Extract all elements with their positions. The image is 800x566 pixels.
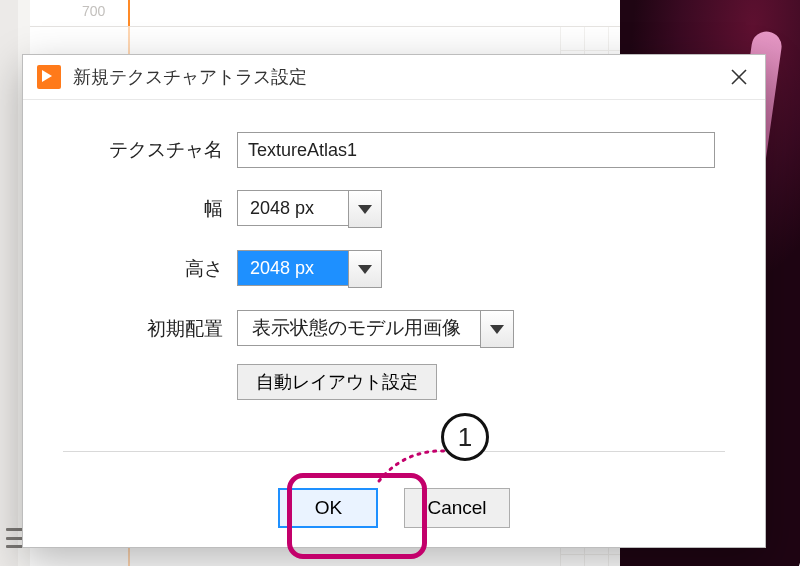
initial-layout-select[interactable]: 表示状態のモデル用画像 <box>237 310 514 348</box>
dialog-footer: OK Cancel <box>23 469 765 547</box>
label-width: 幅 <box>73 196 237 222</box>
height-combobox[interactable]: 2048 px <box>237 250 382 288</box>
close-icon <box>730 68 748 86</box>
ruler-tick-700: 700 <box>82 3 105 19</box>
height-value: 2048 px <box>237 250 348 286</box>
width-dropdown-button[interactable] <box>348 190 382 228</box>
chevron-down-icon <box>358 205 372 214</box>
cancel-button[interactable]: Cancel <box>404 488 509 528</box>
width-value: 2048 px <box>237 190 348 226</box>
label-initial-layout: 初期配置 <box>73 316 237 342</box>
annotation-number: 1 <box>441 413 489 461</box>
initial-layout-value: 表示状態のモデル用画像 <box>237 310 480 346</box>
chevron-down-icon <box>490 325 504 334</box>
chevron-down-icon <box>358 265 372 274</box>
initial-layout-dropdown-button[interactable] <box>480 310 514 348</box>
width-combobox[interactable]: 2048 px <box>237 190 382 228</box>
row-width: 幅 2048 px <box>73 190 715 228</box>
app-icon <box>37 65 61 89</box>
row-texture-name: テクスチャ名 <box>73 132 715 168</box>
label-height: 高さ <box>73 256 237 282</box>
dialog-separator <box>63 451 725 452</box>
dialog-title: 新規テクスチャアトラス設定 <box>73 65 713 89</box>
texture-name-input[interactable] <box>237 132 715 168</box>
height-dropdown-button[interactable] <box>348 250 382 288</box>
ok-button[interactable]: OK <box>278 488 378 528</box>
editor-gutter <box>0 0 19 566</box>
dialog-body: テクスチャ名 幅 2048 px 高さ 2048 px 初期配置 表示状態のモデ… <box>23 100 765 410</box>
dialog-titlebar: 新規テクスチャアトラス設定 <box>23 55 765 100</box>
row-initial-layout: 初期配置 表示状態のモデル用画像 <box>73 310 715 348</box>
row-height: 高さ 2048 px <box>73 250 715 288</box>
close-button[interactable] <box>713 55 765 99</box>
label-texture-name: テクスチャ名 <box>73 137 237 163</box>
playhead-marker[interactable] <box>128 0 130 26</box>
new-texture-atlas-dialog: 新規テクスチャアトラス設定 テクスチャ名 幅 2048 px 高さ 2048 p… <box>22 54 766 548</box>
auto-layout-settings-button[interactable]: 自動レイアウト設定 <box>237 364 437 400</box>
